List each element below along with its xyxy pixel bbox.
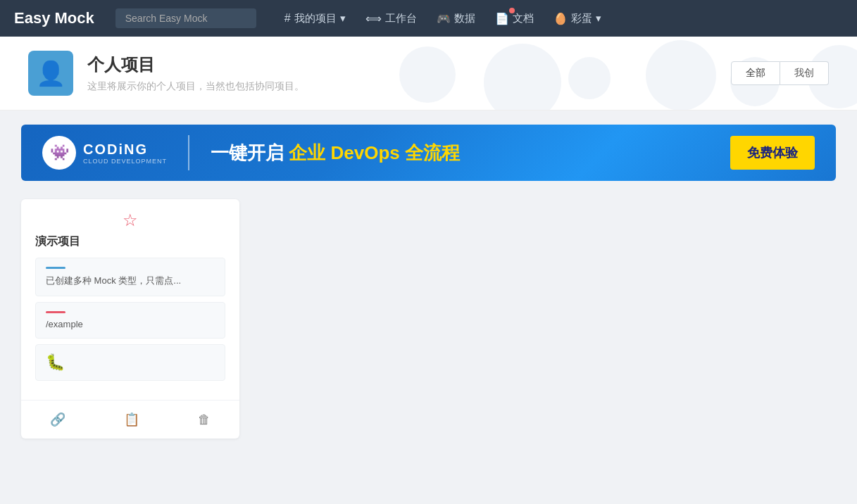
app-title: Easy Mock xyxy=(14,9,94,27)
mock-item-2[interactable]: 🐛 xyxy=(35,344,225,381)
nav-docs[interactable]: 📄 文档 xyxy=(495,12,534,25)
delete-button[interactable]: 🗑 xyxy=(187,408,222,431)
coding-sub: CLOUD DEVELOPMENT xyxy=(83,158,167,165)
card-actions: 🔗 📋 🗑 xyxy=(21,400,239,439)
nav-my-projects-label: 我的项目 xyxy=(294,12,337,25)
nav-data-label: 数据 xyxy=(454,12,475,25)
mock-item-1[interactable]: /example xyxy=(35,302,225,339)
filter-all-button[interactable]: 全部 xyxy=(731,61,780,85)
nav-data[interactable]: 🎮 数据 xyxy=(437,12,475,25)
nav-my-projects[interactable]: # 我的项目 ▾ xyxy=(284,12,346,25)
nav-items: # 我的项目 ▾ ⟺ 工作台 🎮 数据 📄 文档 🥚 彩蛋 ▾ xyxy=(284,12,601,25)
mock-item-bar-0 xyxy=(46,267,65,269)
page-title-group: 个人项目 这里将展示你的个人项目，当然也包括协同项目。 xyxy=(87,53,304,93)
edit-button[interactable]: 📋 xyxy=(113,408,151,431)
mock-item-text-1: /example xyxy=(46,319,215,329)
hash-icon: # xyxy=(284,12,291,25)
nav-docs-label: 文档 xyxy=(513,12,534,25)
banner-logo: 👾 CODiNG CLOUD DEVELOPMENT xyxy=(42,136,167,170)
card-top: ☆ 演示项目 已创建多种 Mock 类型，只需点... /example 🐛 xyxy=(21,199,239,400)
main-content: ☆ 演示项目 已创建多种 Mock 类型，只需点... /example 🐛 🔗… xyxy=(0,192,857,460)
nav-workbench-label: 工作台 xyxy=(385,12,417,25)
star-icon[interactable]: ☆ xyxy=(123,210,138,230)
mock-item-text-0: 已创建多种 Mock 类型，只需点... xyxy=(46,275,215,287)
coding-logo-icon: 👾 xyxy=(42,136,76,170)
deco-circle-3 xyxy=(568,57,611,99)
banner-slogan-highlight: 企业 DevOps 全流程 xyxy=(289,142,460,163)
page-header: 👤 个人项目 这里将展示你的个人项目，当然也包括协同项目。 全部 我创 xyxy=(0,37,857,111)
search-input[interactable] xyxy=(115,8,256,28)
header-filters: 全部 我创 xyxy=(731,61,829,85)
deco-circle-2 xyxy=(484,44,561,111)
nav-workbench[interactable]: ⟺ 工作台 xyxy=(365,12,417,25)
mock-item-0[interactable]: 已创建多种 Mock 类型，只需点... xyxy=(35,258,225,296)
mock-item-emoji-2: 🐛 xyxy=(46,353,65,371)
deco-circle-4 xyxy=(646,40,716,111)
filter-mine-button[interactable]: 我创 xyxy=(780,61,829,85)
nav-eggs[interactable]: 🥚 彩蛋 ▾ xyxy=(553,12,601,25)
copy-button[interactable]: 🔗 xyxy=(39,408,77,431)
coding-face-icon: 👾 xyxy=(50,144,69,162)
workbench-icon: ⟺ xyxy=(365,12,382,25)
project-name: 演示项目 xyxy=(35,234,80,249)
user-icon: 👤 xyxy=(36,59,65,87)
coding-text: CODiNG CLOUD DEVELOPMENT xyxy=(83,141,167,165)
banner-cta-button[interactable]: 免费体验 xyxy=(730,136,815,170)
page-subtitle: 这里将展示你的个人项目，当然也包括协同项目。 xyxy=(87,80,304,93)
banner-divider xyxy=(188,135,189,170)
docs-icon: 📄 xyxy=(495,12,509,25)
data-icon: 🎮 xyxy=(437,12,451,25)
avatar: 👤 xyxy=(28,51,73,96)
coding-name: CODiNG xyxy=(83,141,167,158)
deco-circle-1 xyxy=(399,46,456,103)
navbar: Easy Mock # 我的项目 ▾ ⟺ 工作台 🎮 数据 📄 文档 � xyxy=(0,0,857,37)
coding-banner: 👾 CODiNG CLOUD DEVELOPMENT 一键开启 企业 DevOp… xyxy=(21,125,836,181)
banner-slogan: 一键开启 企业 DevOps 全流程 xyxy=(211,141,716,165)
eggs-icon: 🥚 xyxy=(553,12,568,25)
eggs-chevron-icon: ▾ xyxy=(596,12,601,25)
docs-badge-wrap: 📄 xyxy=(495,12,509,25)
project-card: ☆ 演示项目 已创建多种 Mock 类型，只需点... /example 🐛 🔗… xyxy=(21,199,239,439)
docs-notification-badge xyxy=(509,8,515,13)
banner-slogan-prefix: 一键开启 xyxy=(211,142,289,163)
page-header-left: 👤 个人项目 这里将展示你的个人项目，当然也包括协同项目。 xyxy=(28,51,304,96)
mock-item-bar-1 xyxy=(46,311,65,313)
chevron-down-icon: ▾ xyxy=(340,12,346,25)
page-title: 个人项目 xyxy=(87,53,304,76)
nav-eggs-label: 彩蛋 xyxy=(571,12,592,25)
